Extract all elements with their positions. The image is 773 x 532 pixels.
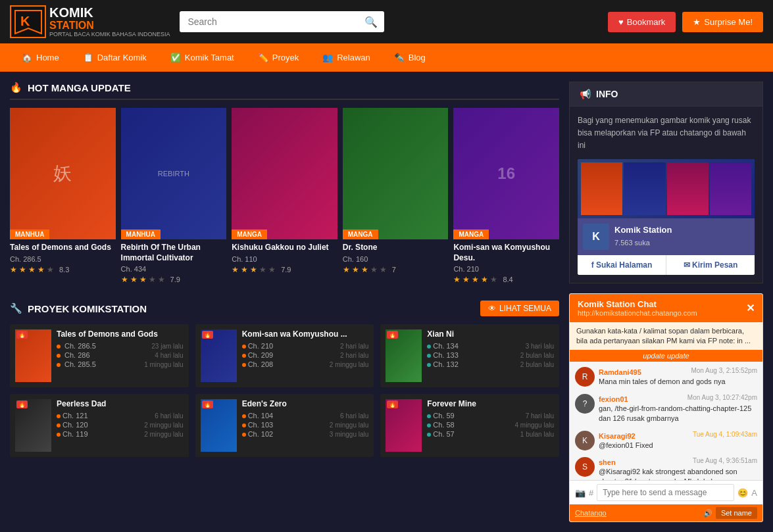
surprise-button[interactable]: ★ Surprise Me! <box>682 12 763 32</box>
chat-title: Komik Station Chat http://komikstationch… <box>578 299 697 317</box>
fb-page-preview <box>578 159 755 218</box>
proyek-ch-row-3-2: Ch. 133 2 bulan lalu <box>427 351 554 359</box>
logo-tagline: PORTAL BACA KOMIK BAHASA INDONESIA <box>49 32 170 38</box>
chat-input-row: 📷 # 😊 A <box>570 480 762 504</box>
ch-dot <box>427 363 431 367</box>
proyek-ch-label-1-1: Ch. 286.5 <box>57 342 98 350</box>
manga-card-3[interactable]: MANGA Kishuku Gakkou no Juliet Ch. 110 ★… <box>232 108 337 287</box>
ch-dot <box>242 433 246 437</box>
proyek-ch-row-1-3: Ch. 285.5 1 minggu lalu <box>57 360 184 368</box>
proyek-thumb-2: 🔥 <box>201 329 237 382</box>
s4: ★ <box>149 275 156 284</box>
proyek-ch-row-4-1: Ch. 121 6 hari lalu <box>57 412 184 420</box>
ch-dot <box>427 345 431 349</box>
chat-msg-content-3: Kisaragi92 Tue Aug 4, 1:09:43am @fexion0… <box>599 431 757 450</box>
proyek-item-1[interactable]: 🔥 Tales of Demons and Gods Ch. 286.5 23 … <box>10 324 189 387</box>
manga-card-3-title: Kishuku Gakkou no Juliet <box>232 243 337 253</box>
proyek-item-3[interactable]: 🔥 Xian Ni Ch. 134 3 hari lalu Ch. 133 2 … <box>380 324 559 387</box>
manga-card-3-rating: ★ ★ ★ ★ ★ 7.9 <box>232 265 291 274</box>
s2: ★ <box>130 275 137 284</box>
ch-dot-1 <box>57 345 61 349</box>
chat-msg-text-4: @Kisaragi92 kak strongest abandoned son … <box>599 467 757 480</box>
ch-dot <box>427 354 431 358</box>
chat-notice: Gunakan kata-kata / kalimat sopan dalam … <box>570 322 762 351</box>
manga-card-5-rating: ★ ★ ★ ★ ★ 8.4 <box>453 275 512 284</box>
chat-close-button[interactable]: ✕ <box>746 302 755 314</box>
sidebar: 📢 INFO Bagi yang menemukan gambar komik … <box>569 82 763 522</box>
proyek-ch-row-2-2: Ch. 209 2 hari lalu <box>242 351 369 359</box>
manga-card-5[interactable]: 16 MANGA Komi-san wa Komyushou Desu. Ch.… <box>453 108 559 287</box>
fb-likes: 7.563 suka <box>614 237 672 249</box>
ch-time-6-3: 1 bulan lalu <box>520 431 554 438</box>
s1: ★ <box>453 275 461 284</box>
chat-message-1: R Ramdani495 Mon Aug 3, 2:15:52pm Mana m… <box>575 367 757 387</box>
nav-komik-tamat[interactable]: ✅ Komik Tamat <box>159 43 246 72</box>
chat-msg-time-1: Mon Aug 3, 2:15:52pm <box>691 367 757 374</box>
fb-kirim-button[interactable]: ✉ Kirim Pesan <box>666 255 755 275</box>
search-input[interactable] <box>180 11 384 32</box>
proyek-fire-badge-4: 🔥 <box>16 400 28 408</box>
ch-time-1-1: 23 jam lalu <box>151 343 183 350</box>
s3: ★ <box>139 275 147 284</box>
s3: ★ <box>472 275 479 284</box>
ch-num-5-2: Ch. 103 <box>248 421 274 429</box>
nav-home[interactable]: 🏠 Home <box>10 43 71 72</box>
ch-num-4-3: Ch. 119 <box>62 430 88 438</box>
bookmark-button[interactable]: ♥ Bookmark <box>608 12 676 32</box>
logo: K KOMIK STATION PORTAL BACA KOMIK BAHASA… <box>10 5 170 38</box>
fb-sukai-button[interactable]: f Sukai Halaman <box>578 255 666 275</box>
nav-blog[interactable]: ✒️ Blog <box>382 43 437 72</box>
ch-dot <box>57 433 61 437</box>
star2: ★ <box>19 265 26 274</box>
ch-num-2-2: Ch. 209 <box>248 351 274 359</box>
chat-status-text: update update <box>643 352 689 360</box>
proyek-thumb-4: 🔥 <box>15 399 51 452</box>
manga-card-2[interactable]: REBIRTH MANHUA Rebirth Of The Urban Immo… <box>121 108 227 287</box>
ch-time-5-2: 2 minggu lalu <box>330 422 368 429</box>
nav-relawan[interactable]: 👥 Relawan <box>311 43 382 72</box>
s3: ★ <box>250 265 257 274</box>
chat-avatar-4: S <box>575 457 595 477</box>
wrench-icon: 🔧 <box>10 302 22 314</box>
chat-msg-time-3: Tue Aug 4, 1:09:43am <box>693 431 757 438</box>
proyek-name-5: Eden's Zero <box>242 399 369 408</box>
chat-msg-time-4: Tue Aug 4, 9:36:51am <box>693 457 757 464</box>
proyek-ch-row-1-1: Ch. 286.5 23 jam lalu <box>57 342 184 350</box>
ch-time-5-1: 6 hari lalu <box>340 412 368 420</box>
manga-card-1-chapter: Ch. 286.5 <box>10 255 116 263</box>
lihat-semua-button[interactable]: 👁 LIHAT SEMUA <box>480 301 559 316</box>
s4: ★ <box>259 265 266 274</box>
ch-dot <box>427 423 431 427</box>
nav-proyek[interactable]: ✏️ Proyek <box>246 43 311 72</box>
proyek-info-6: Forever Mine Ch. 59 7 hari lalu Ch. 58 4… <box>427 399 554 452</box>
blog-icon: ✒️ <box>394 53 405 62</box>
chat-avatar-2: ? <box>575 394 595 414</box>
fb-page-info-row: K Komik Station 7.563 suka <box>578 218 755 255</box>
manga-card-1[interactable]: 妖 MANHUA Tales of Demons and Gods Ch. 28… <box>10 108 116 287</box>
chatango-link[interactable]: Chatango <box>575 509 607 517</box>
star1: ★ <box>10 265 17 274</box>
fb-page-name: Komik Station <box>614 224 672 237</box>
set-name-button[interactable]: Set name <box>716 507 757 519</box>
nav-daftar-komik[interactable]: 📋 Daftar Komik <box>71 43 159 72</box>
ch-num-1-2: Ch. 286 <box>64 351 90 359</box>
proyek-item-2[interactable]: 🔥 Komi-san wa Komyushou ... Ch. 210 2 ha… <box>195 324 374 387</box>
chat-avatar-3: K <box>575 431 595 450</box>
proyek-fire-badge-1: 🔥 <box>16 331 28 339</box>
chat-msg-name-4: shen <box>599 458 616 466</box>
proyek-item-4[interactable]: 🔥 Peerless Dad Ch. 121 6 hari lalu Ch. 1… <box>10 394 189 457</box>
ch-time-2-3: 2 minggu lalu <box>330 361 368 368</box>
chat-input[interactable] <box>597 484 734 501</box>
info-text: Bagi yang menemukan gambar komik yang ru… <box>578 114 755 153</box>
manga-card-5-title: Komi-san wa Komyushou Desu. <box>453 243 559 263</box>
pencil-icon: ✏️ <box>258 53 268 62</box>
manga-card-4[interactable]: MANGA Dr. Stone Ch. 160 ★ ★ ★ ★ ★ 7 <box>343 108 449 287</box>
proyek-grid: 🔥 Tales of Demons and Gods Ch. 286.5 23 … <box>10 324 559 457</box>
proyek-item-5[interactable]: 🔥 Eden's Zero Ch. 104 6 hari lalu Ch. 10… <box>195 394 374 457</box>
ch-num-3-2: Ch. 133 <box>433 351 459 359</box>
proyek-ch-row-3-3: Ch. 132 2 bulan lalu <box>427 360 554 368</box>
manga-card-1-image: 妖 MANHUA <box>10 108 116 239</box>
search-icon[interactable]: 🔍 <box>364 16 378 28</box>
star5: ★ <box>47 265 54 274</box>
proyek-item-6[interactable]: 🔥 Forever Mine Ch. 59 7 hari lalu Ch. 58… <box>380 394 559 457</box>
